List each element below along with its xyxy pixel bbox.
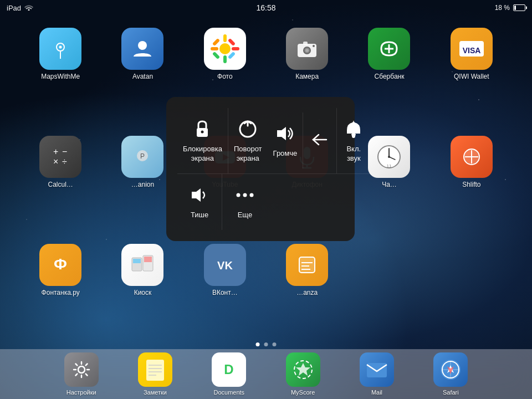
rotate-screen-label: Поворот экрана	[234, 145, 262, 163]
svg-rect-50	[146, 360, 164, 381]
svg-text:D: D	[224, 362, 234, 377]
dot-2	[264, 342, 268, 346]
calcul-label: Calcul…	[48, 181, 73, 188]
avatan-label: Avatan	[132, 73, 153, 80]
lock-screen-label: Блокировка экрана	[183, 145, 222, 163]
documents-icon: D	[212, 352, 246, 387]
fontanka-label: Фонтанка.ру	[42, 289, 80, 296]
svg-marker-73	[192, 188, 201, 202]
fontanka-icon: Ф	[39, 244, 81, 286]
safari-icon	[433, 352, 468, 387]
quieter-item[interactable]: Тише	[177, 174, 222, 230]
battery-percent: 18 %	[495, 4, 510, 12]
qiwi-icon: VISA	[451, 28, 493, 70]
svg-text:Ф: Ф	[54, 255, 67, 273]
app-kiosk[interactable]: Киоск	[104, 241, 181, 344]
lock-icon	[191, 118, 213, 140]
maps-icon	[39, 28, 81, 70]
enable-sound-item[interactable]: Вкл. звук	[336, 108, 370, 173]
louder-item[interactable]: Громче	[268, 112, 304, 168]
app-qiwi[interactable]: VISA QIWI Wallet	[433, 25, 510, 127]
sberbank-icon	[368, 28, 410, 70]
mail-label: Mail	[371, 389, 382, 396]
context-menu-row-1: Блокировка экрана Поворот экрана	[177, 108, 268, 174]
page-dots	[256, 342, 277, 346]
svg-text:÷: ÷	[62, 157, 67, 166]
enable-sound-label: Вкл. звук	[342, 145, 365, 163]
svg-point-1	[59, 46, 62, 49]
svg-point-74	[236, 193, 240, 197]
svg-rect-4	[223, 34, 227, 42]
dock-settings[interactable]: Настройки	[64, 352, 99, 396]
photos-icon	[204, 28, 246, 70]
dock-safari[interactable]: Safari	[433, 352, 468, 396]
svg-text:11: 11	[387, 163, 392, 168]
stanza-icon	[286, 244, 328, 286]
svg-rect-5	[223, 55, 227, 63]
svg-rect-42	[133, 259, 141, 263]
lock-screen-item[interactable]: Блокировка экрана	[177, 108, 228, 173]
svg-rect-7	[232, 47, 239, 50]
svg-point-2	[138, 41, 147, 50]
status-bar: iPad 16:58 18 %	[0, 0, 532, 16]
svg-text:VK: VK	[217, 259, 233, 272]
app-fontanka[interactable]: Ф Фонтанка.ру	[22, 241, 99, 344]
vk-label: ВКонт…	[212, 289, 238, 296]
svg-rect-43	[144, 257, 152, 262]
settings-icon	[64, 352, 99, 387]
status-right: 18 %	[495, 4, 525, 12]
back-item[interactable]	[303, 128, 336, 154]
svg-point-17	[313, 45, 315, 47]
dock-mail[interactable]: Mail	[360, 352, 394, 396]
svg-point-67	[201, 131, 204, 134]
more-label: Еще	[238, 211, 252, 220]
more-item[interactable]: Еще	[222, 174, 267, 230]
dock: Настройки Заметки D Documents	[0, 349, 532, 399]
dock-notes[interactable]: Заметки	[138, 352, 172, 396]
dot-3	[273, 342, 277, 346]
settings-label: Настройки	[66, 389, 96, 396]
app-mapswithme[interactable]: MapsWithMe	[22, 25, 99, 127]
context-menu-row-2: Громче Вкл. звук	[268, 108, 371, 174]
svg-point-76	[249, 193, 253, 197]
svg-rect-6	[211, 47, 218, 50]
companion-label: …anion	[131, 181, 154, 188]
svg-point-49	[78, 366, 85, 373]
svg-text:VISA: VISA	[462, 46, 480, 55]
device-label: iPad	[7, 4, 21, 12]
notes-label: Заметки	[144, 389, 167, 396]
dock-documents[interactable]: D Documents	[212, 352, 246, 396]
svg-point-75	[243, 193, 247, 197]
quieter-label: Тише	[191, 211, 208, 220]
svg-point-72	[352, 135, 355, 138]
rotate-icon	[237, 118, 259, 140]
svg-rect-10	[212, 52, 220, 59]
qiwi-label: QIWI Wallet	[454, 73, 489, 80]
app-calcul[interactable]: + − × ÷ Calcul…	[22, 133, 99, 236]
photos-label: Фото	[217, 73, 233, 80]
svg-point-3	[219, 43, 231, 54]
louder-label: Громче	[273, 149, 298, 158]
svg-rect-8	[212, 38, 220, 46]
app-vk[interactable]: VK ВКонт…	[187, 241, 263, 344]
app-shlifto[interactable]: Shlifto	[433, 133, 510, 236]
volume-up-icon	[274, 122, 296, 145]
svg-rect-58	[367, 363, 387, 377]
camera-label: Камера	[295, 73, 319, 80]
svg-text:−: −	[62, 147, 67, 156]
app-stanza[interactable]: …anza	[269, 241, 345, 344]
svg-text:P: P	[140, 152, 145, 160]
clock-label: Ча…	[382, 181, 397, 188]
svg-point-34	[388, 156, 390, 158]
myscore-icon	[286, 352, 320, 387]
kiosk-icon	[121, 244, 163, 286]
rotate-screen-item[interactable]: Поворот экрана	[228, 108, 268, 173]
svg-rect-45	[299, 257, 315, 273]
avatan-icon	[121, 28, 163, 70]
documents-label: Documents	[213, 389, 244, 396]
more-dots-icon	[234, 184, 256, 206]
sberbank-label: Сбербанк	[375, 73, 405, 80]
myscore-label: MyScore	[291, 389, 315, 396]
volume-down-icon	[188, 184, 211, 206]
dock-myscore[interactable]: MyScore	[286, 352, 320, 396]
